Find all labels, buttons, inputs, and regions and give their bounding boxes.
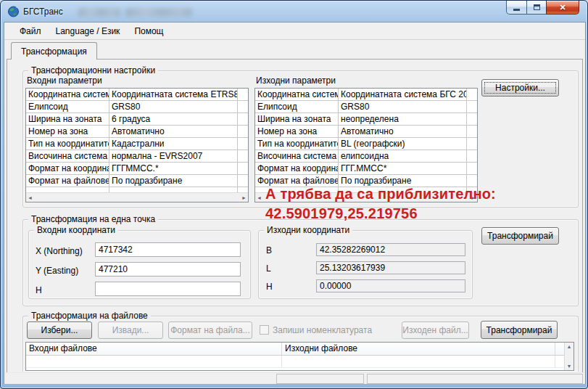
- param-value: BL (географски): [339, 138, 467, 150]
- output-files-header[interactable]: Изходни файлове: [282, 343, 555, 356]
- param-row[interactable]: Координатна системаКоординатната система…: [255, 89, 477, 101]
- param-row[interactable]: Ширина на зонатанеопределена: [255, 113, 477, 126]
- app-window: БГСТранс ✕ Файл Language / Език Помощ Тр…: [0, 0, 588, 389]
- annotation-line2: 42.5901979,25.219756: [265, 205, 418, 222]
- scroll-left-icon[interactable]: ◄: [257, 195, 262, 200]
- param-filler: [238, 113, 248, 125]
- param-value: Координатната система БГС 200: [339, 89, 467, 100]
- minimize-button[interactable]: [506, 1, 527, 15]
- input-files-header[interactable]: Входни файлове: [26, 343, 282, 356]
- param-value: Координатната система ETRS89: [109, 89, 238, 100]
- param-row[interactable]: Височинна системанормална - EVRS2007: [26, 150, 248, 163]
- files-table-empty-row[interactable]: [26, 356, 564, 368]
- transform-point-button[interactable]: Трансформирай: [481, 227, 559, 245]
- settings-group-title: Трансформационни настройки: [28, 65, 158, 76]
- param-row[interactable]: Координатна системаКоординатната система…: [26, 89, 248, 101]
- transform-files-button[interactable]: Трансформирай: [481, 321, 558, 339]
- param-filler: [467, 175, 477, 187]
- h-scrollbar[interactable]: ◄ ►: [26, 192, 248, 202]
- scroll-left-icon[interactable]: ◄: [28, 195, 33, 200]
- output-file-button[interactable]: Изходен файл...: [402, 322, 469, 339]
- param-filler: [467, 101, 477, 112]
- param-filler: [238, 163, 248, 174]
- param-row[interactable]: ЕлипсоидGRS80: [255, 101, 477, 113]
- close-button[interactable]: ✕: [546, 1, 579, 15]
- remove-file-button[interactable]: Извади...: [98, 322, 163, 339]
- param-value: неопределена: [339, 113, 467, 125]
- param-row[interactable]: Номер на зонаАвтоматично: [255, 126, 477, 138]
- param-value: GRS80: [339, 101, 467, 112]
- maximize-icon: [534, 4, 540, 10]
- param-row[interactable]: Формат на файловетеПо подразбиране: [26, 175, 248, 187]
- files-group-title: Трансформация на файлове: [28, 311, 151, 322]
- param-filler: [238, 89, 248, 100]
- annotation-line1: А трябва да са приблизително:: [265, 186, 496, 202]
- output-params-label: Изходни параметри: [256, 75, 336, 86]
- menu-bar: Файл Language / Език Помощ: [4, 23, 585, 40]
- scroll-up-icon[interactable]: ▲: [567, 344, 572, 349]
- close-icon: ✕: [559, 4, 566, 12]
- files-table-header: Входни файлове Изходни файлове: [26, 343, 564, 356]
- status-panel-1: [276, 374, 364, 384]
- param-row[interactable]: Формат на координа...ГГГ.ММСС*: [255, 163, 477, 175]
- param-value: Кадастрални: [109, 138, 238, 150]
- param-row[interactable]: Ширина на зоната6 градуса: [26, 113, 248, 126]
- window-title: БГСТранс: [23, 7, 63, 17]
- status-bar: [4, 372, 585, 384]
- param-row[interactable]: Тип на координатитеКадастрални: [26, 138, 248, 150]
- settings-button[interactable]: Настройки...: [481, 79, 559, 97]
- y-easting-input[interactable]: [95, 262, 241, 277]
- l-output-field[interactable]: [316, 261, 465, 274]
- param-filler: [467, 163, 477, 174]
- y-easting-label: Y (Easting): [36, 266, 78, 276]
- tab-transformation[interactable]: Трансформация: [11, 42, 97, 60]
- param-value: По подразбиране: [339, 175, 467, 187]
- screenshot: БГСТранс ✕ Файл Language / Език Помощ Тр…: [0, 0, 588, 389]
- h-output-field[interactable]: [316, 279, 465, 292]
- param-name: Номер на зона: [26, 126, 109, 137]
- menu-help[interactable]: Помощ: [128, 24, 170, 38]
- param-row[interactable]: Формат на координа...ГГГММСС.*: [26, 163, 248, 175]
- save-nomenclature-checkbox[interactable]: [260, 325, 269, 335]
- output-coords-title: Изходни координати: [264, 225, 352, 236]
- param-name: Формат на координа...: [255, 163, 339, 174]
- b-output-field[interactable]: [316, 243, 465, 256]
- title-bar[interactable]: БГСТранс ✕: [1, 1, 588, 22]
- param-row[interactable]: Номер на зонаАвтоматично: [26, 126, 248, 138]
- h-input[interactable]: [95, 282, 241, 296]
- param-name: Височинна система: [26, 150, 109, 162]
- param-value: нормална - EVRS2007: [109, 150, 238, 162]
- param-name: Координатна система: [255, 89, 339, 100]
- maximize-button[interactable]: [526, 1, 547, 15]
- input-params-table: Координатна системаКоординатната система…: [25, 88, 249, 202]
- param-row[interactable]: Тип на координатитеBL (географски): [255, 138, 477, 150]
- param-name: Тип на координатите: [255, 138, 339, 150]
- b-label: B: [266, 245, 272, 255]
- param-value: Автоматично: [109, 126, 238, 137]
- param-name: Формат на файловете: [255, 175, 339, 187]
- param-row[interactable]: ЕлипсоидGRS80: [26, 101, 248, 113]
- redacted-title-text: [78, 8, 120, 17]
- param-name: Височинна система: [255, 150, 339, 162]
- select-files-button[interactable]: Избери...: [27, 322, 92, 339]
- file-format-button[interactable]: Формат на файла...: [168, 322, 252, 339]
- input-coords-title: Входни координати: [34, 225, 118, 236]
- param-value: 6 градуса: [109, 113, 238, 125]
- param-filler: [467, 150, 477, 162]
- point-group-title: Трансформация на една точка: [28, 214, 158, 225]
- v-scrollbar[interactable]: ▲ ▼: [564, 343, 573, 370]
- scroll-down-icon[interactable]: ▼: [567, 364, 572, 369]
- menu-language[interactable]: Language / Език: [49, 24, 127, 38]
- scroll-right-icon[interactable]: ►: [241, 195, 247, 200]
- files-table: Входни файлове Изходни файлове ▲ ▼: [25, 342, 574, 371]
- param-row[interactable]: Височинна системаелипсоидна: [255, 150, 477, 163]
- files-table-main: Входни файлове Изходни файлове: [26, 343, 564, 370]
- param-value: По подразбиране: [109, 175, 238, 187]
- status-panel-2: [367, 374, 583, 384]
- param-filler: [238, 126, 248, 137]
- param-name: Елипсоид: [26, 101, 109, 112]
- param-name: Елипсоид: [255, 101, 339, 112]
- input-params-label: Входни параметри: [27, 75, 102, 86]
- x-northing-input[interactable]: [95, 242, 241, 257]
- menu-file[interactable]: Файл: [13, 24, 48, 38]
